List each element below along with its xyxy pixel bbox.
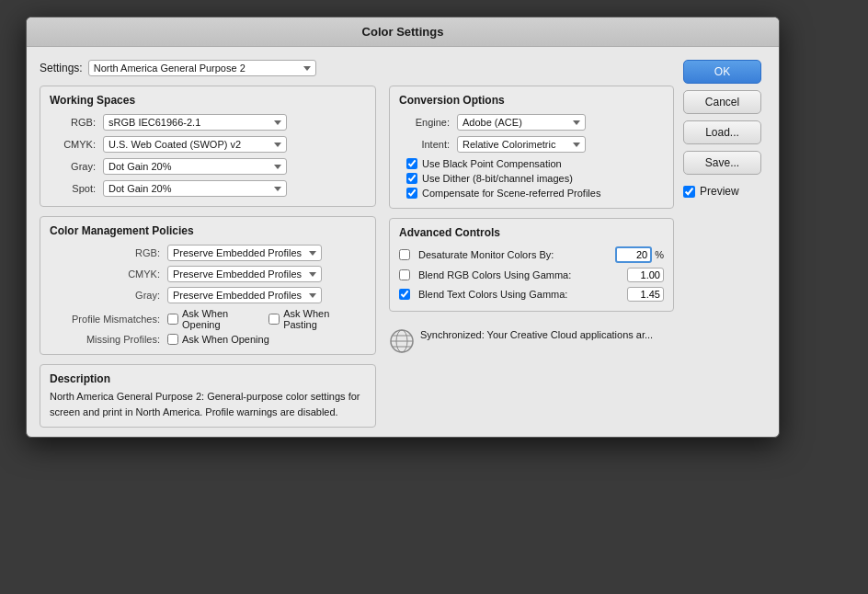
description-text: North America General Purpose 2: General…	[50, 389, 366, 419]
cmyk-cmp-select[interactable]: Preserve Embedded Profiles	[167, 266, 322, 282]
preview-label: Preview	[700, 185, 739, 198]
intent-select[interactable]: Relative Colorimetric	[457, 136, 586, 153]
blend-rgb-label: Blend RGB Colors Using Gamma:	[418, 269, 627, 280]
save-button[interactable]: Save...	[683, 151, 761, 175]
engine-select[interactable]: Adobe (ACE)	[457, 114, 586, 131]
rgb-ws-select[interactable]: sRGB IEC61966-2.1	[103, 114, 287, 131]
description-title: Description	[50, 372, 366, 385]
blend-text-input[interactable]	[627, 287, 664, 302]
engine-label: Engine:	[399, 117, 450, 128]
missing-profiles-label: Missing Profiles:	[50, 334, 160, 345]
sync-label: Synchronized: Your Creative Cloud applic…	[420, 329, 653, 340]
blend-text-checkbox[interactable]	[399, 289, 410, 300]
use-black-point-checkbox[interactable]	[406, 158, 417, 169]
use-black-point-text: Use Black Point Compensation	[422, 158, 562, 169]
conversion-title: Conversion Options	[399, 94, 664, 107]
load-button[interactable]: Load...	[683, 120, 761, 144]
settings-label: Settings:	[40, 62, 83, 74]
rgb-ws-label: RGB:	[50, 117, 96, 128]
gray-cmp-label: Gray:	[50, 290, 160, 301]
cmp-title: Color Management Policies	[50, 224, 366, 237]
dialog-title: Color Settings	[27, 17, 779, 47]
ask-when-opening-mismatch-text: Ask When Opening	[182, 308, 256, 330]
use-dither-checkbox[interactable]	[406, 173, 417, 184]
gray-ws-select[interactable]: Dot Gain 20%	[103, 158, 287, 175]
use-dither-text: Use Dither (8-bit/channel images)	[422, 173, 573, 184]
spot-ws-label: Spot:	[50, 183, 96, 194]
compensate-scene-text: Compensate for Scene-referred Profiles	[422, 188, 600, 199]
advanced-title: Advanced Controls	[399, 226, 664, 239]
missing-ask-when-opening-label[interactable]: Ask When Opening	[167, 334, 269, 345]
spot-ws-select[interactable]: Dot Gain 20%	[103, 180, 287, 197]
intent-label: Intent:	[399, 139, 450, 150]
preview-checkbox[interactable]	[683, 186, 695, 198]
gray-ws-label: Gray:	[50, 161, 96, 172]
profile-mismatches-label: Profile Mismatches:	[50, 314, 160, 325]
cmyk-cmp-label: CMYK:	[50, 268, 160, 280]
ask-when-opening-mismatch-checkbox[interactable]	[167, 314, 178, 325]
blend-text-label: Blend Text Colors Using Gamma:	[418, 289, 627, 300]
gray-cmp-select[interactable]: Preserve Embedded Profiles	[167, 287, 322, 303]
ok-button[interactable]: OK	[683, 60, 761, 84]
compensate-scene-checkbox[interactable]	[406, 188, 417, 199]
ask-when-pasting-label[interactable]: Ask When Pasting	[268, 308, 353, 330]
missing-ask-when-opening-text: Ask When Opening	[182, 334, 269, 345]
cancel-button[interactable]: Cancel	[683, 90, 761, 114]
rgb-cmp-select[interactable]: Preserve Embedded Profiles	[167, 245, 322, 261]
ask-when-opening-mismatch-label[interactable]: Ask When Opening	[167, 308, 256, 330]
ask-when-pasting-text: Ask When Pasting	[283, 308, 353, 330]
ask-when-pasting-checkbox[interactable]	[268, 314, 280, 325]
blend-rgb-input[interactable]	[627, 268, 664, 282]
blend-rgb-checkbox[interactable]	[399, 269, 410, 280]
rgb-cmp-label: RGB:	[50, 247, 160, 258]
desaturate-input[interactable]	[615, 246, 652, 263]
cmyk-ws-select[interactable]: U.S. Web Coated (SWOP) v2	[103, 136, 287, 153]
desaturate-checkbox[interactable]	[399, 249, 410, 260]
settings-select[interactable]: North America General Purpose 2	[88, 60, 316, 76]
desaturate-percent: %	[655, 249, 664, 260]
desaturate-label: Desaturate Monitor Colors By:	[418, 249, 615, 260]
missing-ask-when-opening-checkbox[interactable]	[167, 334, 178, 345]
cmyk-ws-label: CMYK:	[50, 139, 96, 150]
working-spaces-title: Working Spaces	[50, 94, 366, 107]
globe-icon	[389, 328, 415, 354]
sync-text: Synchronized: Your Creative Cloud applic…	[420, 328, 653, 342]
